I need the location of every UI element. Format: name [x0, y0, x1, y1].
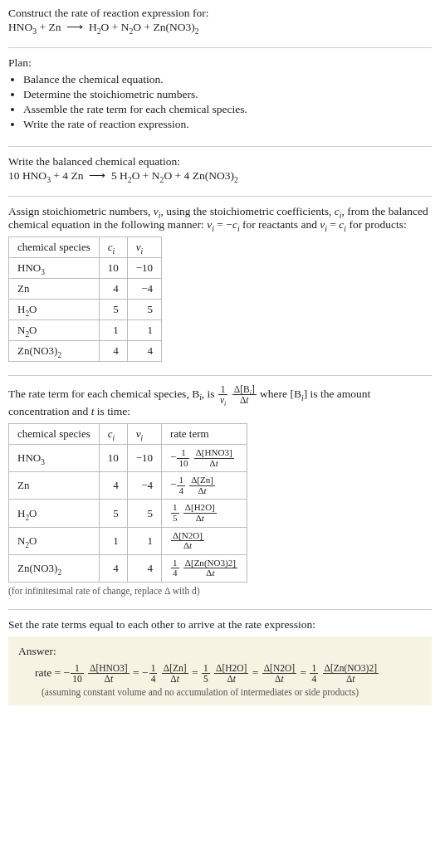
- answer-box: Answer: rate = −110 Δ[HNO3]Δt = −14 Δ[Zn…: [8, 636, 432, 705]
- table-row: Zn(NO3)24414 Δ[Zn(NO3)2]Δt: [9, 554, 247, 582]
- table-row: HNO310−10: [9, 258, 162, 279]
- table-header-row: chemical species ci νi: [9, 237, 162, 258]
- cell-species: H2O: [9, 500, 100, 527]
- cell-nu: 1: [127, 527, 161, 554]
- balanced-equation: 10 HNO3 + 4 Zn ⟶ 5 H2O + N2O + 4 Zn(NO3)…: [8, 168, 432, 183]
- cell-rate-term: 14 Δ[Zn(NO3)2]Δt: [162, 554, 247, 582]
- frac-1-nu: 1νi: [218, 384, 227, 405]
- table-row: H2O5515 Δ[H2O]Δt: [9, 500, 247, 527]
- cell-species: Zn: [9, 472, 100, 500]
- cell-nu: 4: [127, 341, 161, 362]
- cell-species: Zn(NO3)2: [9, 341, 100, 362]
- prompt-title: Construct the rate of reaction expressio…: [8, 7, 432, 20]
- divider: [8, 609, 432, 610]
- rate-terms-section: The rate term for each chemical species,…: [8, 384, 432, 604]
- table-row: N2O11Δ[N2O]Δt: [9, 527, 247, 554]
- cell-c: 4: [99, 472, 127, 500]
- cell-c: 10: [99, 445, 127, 472]
- cell-c: 10: [99, 258, 127, 279]
- col-ci: ci: [99, 424, 127, 445]
- cell-species: H2O: [9, 300, 100, 320]
- cell-c: 1: [99, 320, 127, 341]
- col-species: chemical species: [9, 237, 100, 258]
- col-species: chemical species: [9, 424, 100, 445]
- stoich-intro: Assign stoichiometric numbers, νi, using…: [8, 205, 432, 232]
- cell-c: 1: [99, 527, 127, 554]
- cell-rate-term: Δ[N2O]Δt: [162, 527, 247, 554]
- table-row: H2O55: [9, 300, 162, 320]
- table-row: N2O11: [9, 320, 162, 341]
- cell-nu: 5: [127, 500, 161, 527]
- cell-c: 5: [99, 300, 127, 320]
- rate-terms-table: chemical species ci νi rate term HNO310−…: [8, 423, 247, 583]
- plan-heading: Plan:: [8, 56, 432, 70]
- rate-eq-body: −110 Δ[HNO3]Δt = −14 Δ[Zn]Δt = 15 Δ[H2O]…: [64, 666, 379, 679]
- final-section: Set the rate terms equal to each other t…: [8, 618, 432, 714]
- cell-nu: 5: [127, 300, 161, 320]
- cell-species: HNO3: [9, 445, 100, 472]
- cell-c: 4: [99, 554, 127, 582]
- divider: [8, 47, 432, 48]
- cell-c: 4: [99, 341, 127, 362]
- cell-nu: −10: [127, 445, 161, 472]
- prompt-equation: HNO3 + Zn ⟶ H2O + N2O + Zn(NO3)2: [8, 20, 432, 34]
- final-heading: Set the rate terms equal to each other t…: [8, 618, 432, 631]
- cell-species: HNO3: [9, 258, 100, 279]
- assumption-note: (assuming constant volume and no accumul…: [18, 687, 422, 697]
- plan-item: Write the rate of reaction expression.: [23, 118, 432, 131]
- balanced-section: Write the balanced chemical equation: 10…: [8, 155, 432, 191]
- plan-list: Balance the chemical equation. Determine…: [8, 73, 432, 131]
- table-row: Zn(NO3)244: [9, 341, 162, 362]
- cell-nu: −10: [127, 258, 161, 279]
- col-ci: ci: [99, 237, 127, 258]
- divider: [8, 196, 432, 197]
- plan-item: Assemble the rate term for each chemical…: [23, 103, 432, 116]
- table-row: Zn4−4−14 Δ[Zn]Δt: [9, 472, 247, 500]
- cell-nu: −4: [127, 472, 161, 500]
- plan-item: Balance the chemical equation.: [23, 73, 432, 86]
- cell-c: 4: [99, 279, 127, 300]
- balanced-heading: Write the balanced chemical equation:: [8, 155, 432, 168]
- stoich-section: Assign stoichiometric numbers, νi, using…: [8, 205, 432, 370]
- divider: [8, 375, 432, 376]
- cell-species: N2O: [9, 320, 100, 341]
- plan-section: Plan: Balance the chemical equation. Det…: [8, 56, 432, 141]
- col-nui: νi: [127, 424, 161, 445]
- rate-expression: rate = −110 Δ[HNO3]Δt = −14 Δ[Zn]Δt = 15…: [18, 663, 422, 684]
- cell-c: 5: [99, 500, 127, 527]
- cell-rate-term: −110 Δ[HNO3]Δt: [162, 445, 247, 472]
- rate-terms-footnote: (for infinitesimal rate of change, repla…: [8, 586, 432, 596]
- stoich-table: chemical species ci νi HNO310−10 Zn4−4 H…: [8, 237, 162, 362]
- frac-dB-dt: Δ[Bi]Δt: [232, 384, 257, 405]
- cell-rate-term: 15 Δ[H2O]Δt: [162, 500, 247, 527]
- cell-nu: −4: [127, 279, 161, 300]
- cell-species: Zn: [9, 279, 100, 300]
- cell-nu: 4: [127, 554, 161, 582]
- cell-species: Zn(NO3)2: [9, 554, 100, 582]
- table-row: HNO310−10−110 Δ[HNO3]Δt: [9, 445, 247, 472]
- col-nui: νi: [127, 237, 161, 258]
- divider: [8, 146, 432, 147]
- table-header-row: chemical species ci νi rate term: [9, 424, 247, 445]
- answer-label: Answer:: [18, 645, 422, 658]
- col-rate-term: rate term: [162, 424, 247, 445]
- cell-rate-term: −14 Δ[Zn]Δt: [162, 472, 247, 500]
- plan-item: Determine the stoichiometric numbers.: [23, 88, 432, 101]
- cell-nu: 1: [127, 320, 161, 341]
- table-row: Zn4−4: [9, 279, 162, 300]
- cell-species: N2O: [9, 527, 100, 554]
- prompt-section: Construct the rate of reaction expressio…: [8, 7, 432, 42]
- rate-terms-intro: The rate term for each chemical species,…: [8, 384, 432, 418]
